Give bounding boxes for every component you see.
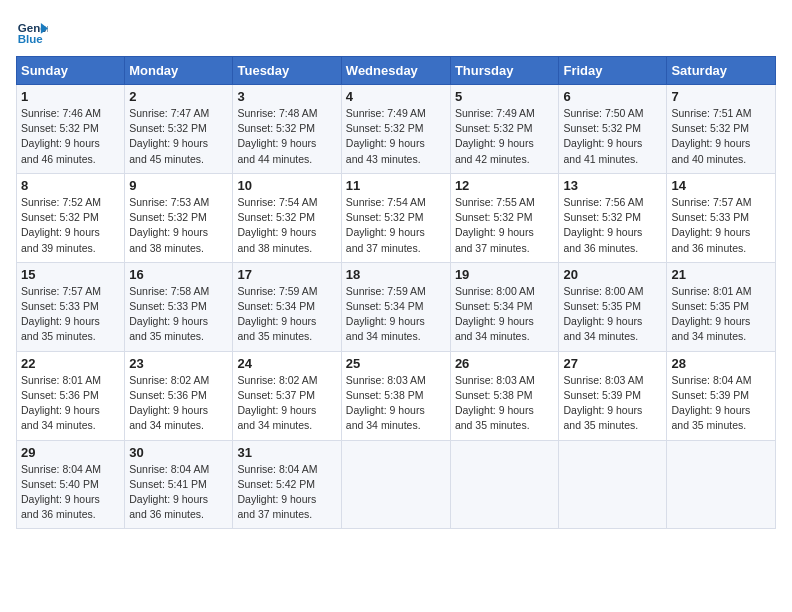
day-detail: Sunrise: 8:02 AM Sunset: 5:36 PM Dayligh… bbox=[129, 373, 228, 434]
day-detail: Sunrise: 8:01 AM Sunset: 5:36 PM Dayligh… bbox=[21, 373, 120, 434]
day-detail: Sunrise: 7:56 AM Sunset: 5:32 PM Dayligh… bbox=[563, 195, 662, 256]
day-detail: Sunrise: 7:53 AM Sunset: 5:32 PM Dayligh… bbox=[129, 195, 228, 256]
calendar-week-row: 1Sunrise: 7:46 AM Sunset: 5:32 PM Daylig… bbox=[17, 85, 776, 174]
calendar-cell: 9Sunrise: 7:53 AM Sunset: 5:32 PM Daylig… bbox=[125, 173, 233, 262]
day-number: 12 bbox=[455, 178, 555, 193]
calendar-cell: 15Sunrise: 7:57 AM Sunset: 5:33 PM Dayli… bbox=[17, 262, 125, 351]
day-number: 9 bbox=[129, 178, 228, 193]
col-header-tuesday: Tuesday bbox=[233, 57, 341, 85]
calendar-cell: 5Sunrise: 7:49 AM Sunset: 5:32 PM Daylig… bbox=[450, 85, 559, 174]
col-header-friday: Friday bbox=[559, 57, 667, 85]
calendar-cell: 8Sunrise: 7:52 AM Sunset: 5:32 PM Daylig… bbox=[17, 173, 125, 262]
calendar-week-row: 8Sunrise: 7:52 AM Sunset: 5:32 PM Daylig… bbox=[17, 173, 776, 262]
calendar-cell: 17Sunrise: 7:59 AM Sunset: 5:34 PM Dayli… bbox=[233, 262, 341, 351]
day-number: 26 bbox=[455, 356, 555, 371]
day-detail: Sunrise: 7:46 AM Sunset: 5:32 PM Dayligh… bbox=[21, 106, 120, 167]
day-number: 28 bbox=[671, 356, 771, 371]
day-number: 14 bbox=[671, 178, 771, 193]
day-number: 17 bbox=[237, 267, 336, 282]
calendar-cell: 20Sunrise: 8:00 AM Sunset: 5:35 PM Dayli… bbox=[559, 262, 667, 351]
calendar-week-row: 15Sunrise: 7:57 AM Sunset: 5:33 PM Dayli… bbox=[17, 262, 776, 351]
day-number: 13 bbox=[563, 178, 662, 193]
day-number: 3 bbox=[237, 89, 336, 104]
day-detail: Sunrise: 7:55 AM Sunset: 5:32 PM Dayligh… bbox=[455, 195, 555, 256]
day-number: 27 bbox=[563, 356, 662, 371]
calendar-cell: 6Sunrise: 7:50 AM Sunset: 5:32 PM Daylig… bbox=[559, 85, 667, 174]
day-detail: Sunrise: 7:51 AM Sunset: 5:32 PM Dayligh… bbox=[671, 106, 771, 167]
day-number: 11 bbox=[346, 178, 446, 193]
day-detail: Sunrise: 8:04 AM Sunset: 5:39 PM Dayligh… bbox=[671, 373, 771, 434]
day-number: 21 bbox=[671, 267, 771, 282]
calendar-cell: 23Sunrise: 8:02 AM Sunset: 5:36 PM Dayli… bbox=[125, 351, 233, 440]
logo: General Blue bbox=[16, 16, 52, 48]
day-number: 6 bbox=[563, 89, 662, 104]
day-detail: Sunrise: 7:54 AM Sunset: 5:32 PM Dayligh… bbox=[237, 195, 336, 256]
calendar-header-row: SundayMondayTuesdayWednesdayThursdayFrid… bbox=[17, 57, 776, 85]
day-number: 7 bbox=[671, 89, 771, 104]
day-detail: Sunrise: 7:57 AM Sunset: 5:33 PM Dayligh… bbox=[671, 195, 771, 256]
calendar-cell: 13Sunrise: 7:56 AM Sunset: 5:32 PM Dayli… bbox=[559, 173, 667, 262]
page-header: General Blue bbox=[16, 16, 776, 48]
calendar-week-row: 29Sunrise: 8:04 AM Sunset: 5:40 PM Dayli… bbox=[17, 440, 776, 529]
svg-text:Blue: Blue bbox=[18, 33, 44, 45]
day-number: 8 bbox=[21, 178, 120, 193]
calendar-cell bbox=[450, 440, 559, 529]
day-detail: Sunrise: 7:50 AM Sunset: 5:32 PM Dayligh… bbox=[563, 106, 662, 167]
day-detail: Sunrise: 8:03 AM Sunset: 5:38 PM Dayligh… bbox=[346, 373, 446, 434]
calendar-cell: 14Sunrise: 7:57 AM Sunset: 5:33 PM Dayli… bbox=[667, 173, 776, 262]
calendar-cell: 19Sunrise: 8:00 AM Sunset: 5:34 PM Dayli… bbox=[450, 262, 559, 351]
day-detail: Sunrise: 7:49 AM Sunset: 5:32 PM Dayligh… bbox=[455, 106, 555, 167]
day-number: 18 bbox=[346, 267, 446, 282]
calendar-cell: 25Sunrise: 8:03 AM Sunset: 5:38 PM Dayli… bbox=[341, 351, 450, 440]
col-header-sunday: Sunday bbox=[17, 57, 125, 85]
day-number: 23 bbox=[129, 356, 228, 371]
calendar-cell: 3Sunrise: 7:48 AM Sunset: 5:32 PM Daylig… bbox=[233, 85, 341, 174]
day-number: 20 bbox=[563, 267, 662, 282]
day-number: 24 bbox=[237, 356, 336, 371]
day-detail: Sunrise: 8:04 AM Sunset: 5:41 PM Dayligh… bbox=[129, 462, 228, 523]
calendar-cell: 7Sunrise: 7:51 AM Sunset: 5:32 PM Daylig… bbox=[667, 85, 776, 174]
day-number: 16 bbox=[129, 267, 228, 282]
calendar-cell: 1Sunrise: 7:46 AM Sunset: 5:32 PM Daylig… bbox=[17, 85, 125, 174]
calendar-cell bbox=[667, 440, 776, 529]
calendar-cell: 24Sunrise: 8:02 AM Sunset: 5:37 PM Dayli… bbox=[233, 351, 341, 440]
col-header-wednesday: Wednesday bbox=[341, 57, 450, 85]
day-detail: Sunrise: 8:03 AM Sunset: 5:38 PM Dayligh… bbox=[455, 373, 555, 434]
day-detail: Sunrise: 8:04 AM Sunset: 5:42 PM Dayligh… bbox=[237, 462, 336, 523]
calendar-cell bbox=[559, 440, 667, 529]
day-number: 22 bbox=[21, 356, 120, 371]
calendar-cell: 22Sunrise: 8:01 AM Sunset: 5:36 PM Dayli… bbox=[17, 351, 125, 440]
day-detail: Sunrise: 7:58 AM Sunset: 5:33 PM Dayligh… bbox=[129, 284, 228, 345]
day-detail: Sunrise: 8:01 AM Sunset: 5:35 PM Dayligh… bbox=[671, 284, 771, 345]
day-number: 15 bbox=[21, 267, 120, 282]
col-header-saturday: Saturday bbox=[667, 57, 776, 85]
calendar-cell: 27Sunrise: 8:03 AM Sunset: 5:39 PM Dayli… bbox=[559, 351, 667, 440]
calendar-cell: 21Sunrise: 8:01 AM Sunset: 5:35 PM Dayli… bbox=[667, 262, 776, 351]
day-number: 1 bbox=[21, 89, 120, 104]
day-number: 19 bbox=[455, 267, 555, 282]
day-number: 29 bbox=[21, 445, 120, 460]
calendar-cell: 12Sunrise: 7:55 AM Sunset: 5:32 PM Dayli… bbox=[450, 173, 559, 262]
day-number: 25 bbox=[346, 356, 446, 371]
calendar-cell: 11Sunrise: 7:54 AM Sunset: 5:32 PM Dayli… bbox=[341, 173, 450, 262]
calendar-week-row: 22Sunrise: 8:01 AM Sunset: 5:36 PM Dayli… bbox=[17, 351, 776, 440]
calendar-table: SundayMondayTuesdayWednesdayThursdayFrid… bbox=[16, 56, 776, 529]
calendar-cell: 16Sunrise: 7:58 AM Sunset: 5:33 PM Dayli… bbox=[125, 262, 233, 351]
calendar-cell bbox=[341, 440, 450, 529]
calendar-cell: 31Sunrise: 8:04 AM Sunset: 5:42 PM Dayli… bbox=[233, 440, 341, 529]
calendar-cell: 2Sunrise: 7:47 AM Sunset: 5:32 PM Daylig… bbox=[125, 85, 233, 174]
day-detail: Sunrise: 7:54 AM Sunset: 5:32 PM Dayligh… bbox=[346, 195, 446, 256]
day-number: 30 bbox=[129, 445, 228, 460]
day-detail: Sunrise: 7:52 AM Sunset: 5:32 PM Dayligh… bbox=[21, 195, 120, 256]
col-header-monday: Monday bbox=[125, 57, 233, 85]
day-number: 2 bbox=[129, 89, 228, 104]
day-detail: Sunrise: 8:03 AM Sunset: 5:39 PM Dayligh… bbox=[563, 373, 662, 434]
col-header-thursday: Thursday bbox=[450, 57, 559, 85]
day-detail: Sunrise: 7:48 AM Sunset: 5:32 PM Dayligh… bbox=[237, 106, 336, 167]
day-detail: Sunrise: 7:59 AM Sunset: 5:34 PM Dayligh… bbox=[237, 284, 336, 345]
day-detail: Sunrise: 7:57 AM Sunset: 5:33 PM Dayligh… bbox=[21, 284, 120, 345]
calendar-cell: 18Sunrise: 7:59 AM Sunset: 5:34 PM Dayli… bbox=[341, 262, 450, 351]
day-detail: Sunrise: 8:02 AM Sunset: 5:37 PM Dayligh… bbox=[237, 373, 336, 434]
day-detail: Sunrise: 7:47 AM Sunset: 5:32 PM Dayligh… bbox=[129, 106, 228, 167]
day-number: 31 bbox=[237, 445, 336, 460]
